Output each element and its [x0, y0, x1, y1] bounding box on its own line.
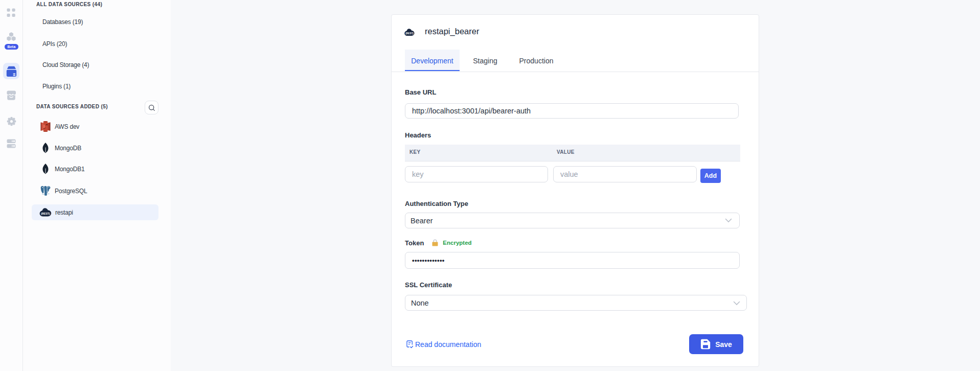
svg-text:(REST): (REST) [41, 212, 50, 215]
svg-text:(REST): (REST) [405, 32, 414, 35]
